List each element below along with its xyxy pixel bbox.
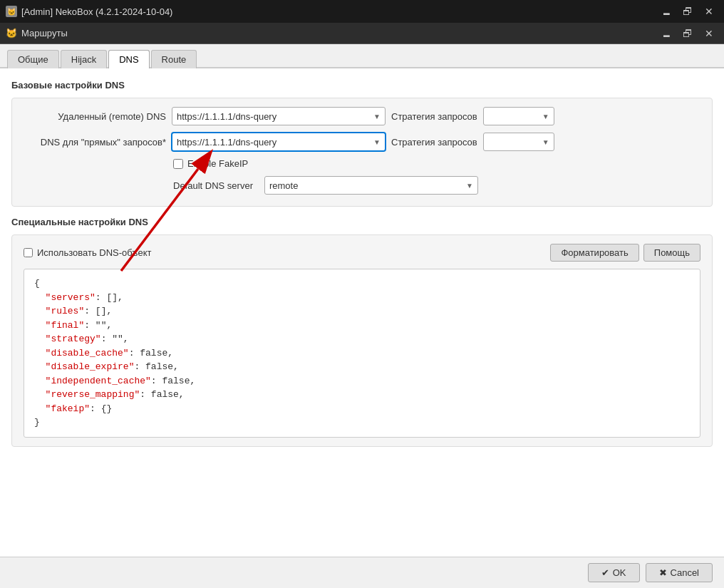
inner-minimize-btn[interactable]: 🗕 [657,26,676,41]
inner-title-bar: 🐱 Маршруты 🗕 🗗 ✕ [0,23,724,44]
tab-bar: Общие Hijack DNS Route [0,44,724,68]
help-button[interactable]: Помощь [643,244,700,262]
tab-obschie[interactable]: Общие [7,50,59,68]
direct-dns-arrow: ▼ [373,138,381,146]
content-pane: Базовые настройки DNS Удаленный (remote)… [0,68,724,557]
main-window: Общие Hijack DNS Route Базовые настройки… [0,44,724,588]
tab-route[interactable]: Route [151,50,197,68]
direct-dns-dropdown[interactable]: https://1.1.1.1/dns-query ▼ [172,133,386,151]
direct-dns-value: https://1.1.1.1/dns-query [177,137,373,148]
default-dns-dropdown[interactable]: remote ▼ [264,176,478,195]
basic-dns-header: Базовые настройки DNS [11,80,713,91]
tab-dns[interactable]: DNS [108,50,149,68]
fakeip-label[interactable]: Enable FakeIP [187,158,248,169]
cancel-icon: ✖ [659,567,667,578]
direct-dns-row: DNS для "прямых" запросов* https://1.1.1… [24,133,700,151]
remote-dns-value: https://1.1.1.1/dns-query [177,111,373,122]
default-dns-label: Default DNS server [173,180,253,191]
inner-app-icon: 🐱 [6,28,17,39]
tab-hijack[interactable]: Hijack [61,50,107,68]
fakeip-row: Enable FakeIP [173,158,700,169]
special-dns-header: Специальные настройки DNS [11,217,713,227]
ok-icon: ✔ [601,567,609,578]
app-icon: 🐱 [6,6,17,17]
strategy-dropdown-2[interactable]: ▼ [483,133,554,151]
remote-dns-row: Удаленный (remote) DNS https://1.1.1.1/d… [24,107,700,125]
cancel-button[interactable]: ✖ Cancel [646,563,713,582]
strategy-label-2: Стратегия запросов [391,137,477,148]
strategy-arrow-2: ▼ [542,138,549,146]
cancel-label: Cancel [671,567,699,578]
strategy-arrow-1: ▼ [542,113,549,120]
basic-dns-section: Удаленный (remote) DNS https://1.1.1.1/d… [11,98,713,207]
fakeip-checkbox[interactable] [173,159,183,169]
inner-title: Маршруты [21,28,68,38]
direct-dns-label: DNS для "прямых" запросов* [24,137,166,148]
default-dns-value: remote [269,180,466,191]
default-dns-row: Default DNS server remote ▼ [173,176,700,195]
footer: ✔ OK ✖ Cancel [0,557,724,588]
remote-dns-dropdown[interactable]: https://1.1.1.1/dns-query ▼ [172,107,386,125]
format-button[interactable]: Форматировать [550,244,638,262]
maximize-btn[interactable]: 🗗 [678,4,697,19]
special-dns-section: Использовать DNS-объект Форматировать По… [11,234,713,447]
remote-dns-label: Удаленный (remote) DNS [24,111,166,122]
ok-button[interactable]: ✔ OK [588,563,640,582]
default-dns-arrow: ▼ [466,182,473,190]
strategy-dropdown-1[interactable]: ▼ [483,107,554,125]
ok-label: OK [613,567,626,578]
close-btn[interactable]: ✕ [700,4,718,19]
dns-object-checkbox[interactable] [24,248,33,257]
inner-close-btn[interactable]: ✕ [700,26,718,41]
json-editor[interactable]: { "servers": [], "rules": [], "final": "… [24,269,700,438]
title-bar: 🐱 [Admin] NekoBox (4.2.1-2024-10-04) 🗕 🗗… [0,0,724,23]
remote-dns-arrow: ▼ [373,113,381,120]
strategy-label-1: Стратегия запросов [391,111,477,122]
main-title: [Admin] NekoBox (4.2.1-2024-10-04) [21,6,172,17]
inner-maximize-btn[interactable]: 🗗 [678,26,697,41]
minimize-btn[interactable]: 🗕 [657,4,676,19]
dns-object-label[interactable]: Использовать DNS-объект [37,247,151,258]
